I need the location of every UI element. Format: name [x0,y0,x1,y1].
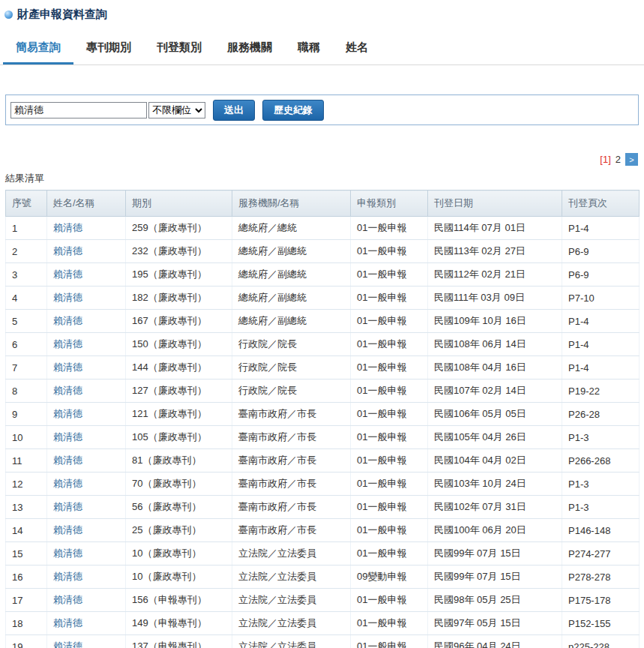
cell-name: 賴清德 [47,380,126,403]
name-link[interactable]: 賴清德 [53,338,82,350]
name-link[interactable]: 賴清德 [53,362,82,373]
cell: 民國113年 02月 27日 [428,240,562,263]
table-row: 6賴清德150（廉政專刊）行政院／院長01一般申報民國108年 06月 14日P… [6,333,640,356]
table-row: 7賴清德144（廉政專刊）行政院／院長01一般申報民國108年 04月 16日P… [6,356,640,380]
name-link[interactable]: 賴清德 [53,501,82,512]
name-link[interactable]: 賴清德 [53,640,82,648]
name-link[interactable]: 賴清德 [53,431,82,442]
cell-name: 賴清德 [47,263,126,286]
cell: 立法院／立法委員 [232,635,351,648]
name-link[interactable]: 賴清德 [53,408,82,419]
table-row: 12賴清德70（廉政專刊）臺南市政府／市長01一般申報民國103年 10月 24… [6,472,640,496]
cell: 232（廉政專刊） [126,240,232,263]
cell: P7-10 [562,286,640,310]
cell: 09變動申報 [351,566,428,589]
cell: 01一般申報 [351,333,428,356]
cell: 167（廉政專刊） [126,310,232,333]
cell: 70（廉政專刊） [126,472,232,496]
history-button[interactable]: 歷史紀錄 [262,100,324,121]
name-link[interactable]: 賴清德 [53,315,82,326]
name-link[interactable]: 賴清德 [53,617,82,628]
globe-icon [4,10,13,19]
page-header: 財產申報資料查詢 [0,0,644,23]
search-input[interactable] [10,102,147,118]
next-page-button[interactable]: > [625,153,638,166]
cell: 立法院／立法委員 [232,566,351,589]
cell: 立法院／立法委員 [232,589,351,612]
page-link[interactable]: 2 [616,154,621,165]
cell: 16 [6,566,47,589]
tab-5[interactable]: 姓名 [333,32,381,64]
results-table: 序號姓名/名稱期別服務機關/名稱申報類別刊登日期刊登頁次 1賴清德259（廉政專… [5,190,640,648]
tab-0[interactable]: 簡易查詢 [3,32,73,64]
cell: 民國109年 10月 16日 [428,310,562,333]
name-link[interactable]: 賴清德 [53,454,82,466]
name-link[interactable]: 賴清德 [53,524,82,536]
cell: 56（廉政專刊） [126,496,232,519]
search-panel: 不限欄位 送出 歷史紀錄 [5,94,639,125]
cell: 民國98年 05月 25日 [428,589,562,612]
cell: 25（廉政專刊） [126,519,232,542]
submit-button[interactable]: 送出 [213,100,255,121]
name-link[interactable]: 賴清德 [53,548,82,559]
results-header-row: 序號姓名/名稱期別服務機關/名稱申報類別刊登日期刊登頁次 [6,190,640,217]
cell: 259（廉政專刊） [126,217,232,240]
name-link[interactable]: 賴清德 [53,292,82,303]
cell: 14 [6,519,47,542]
tab-1[interactable]: 專刊期別 [73,32,144,64]
table-row: 15賴清德10（廉政專刊）立法院／立法委員01一般申報民國99年 07月 15日… [6,542,640,566]
cell: P1-4 [562,310,640,333]
name-link[interactable]: 賴清德 [53,222,82,233]
name-link[interactable]: 賴清德 [53,385,82,396]
table-row: 14賴清德25（廉政專刊）臺南市政府／市長01一般申報民國100年 06月 20… [6,519,640,542]
cell: 81（廉政專刊） [126,449,232,472]
cell: 民國107年 02月 14日 [428,380,562,403]
cell: 149（申報專刊） [126,612,232,635]
cell: 15 [6,542,47,566]
cell: 10（廉政專刊） [126,542,232,566]
cell: 01一般申報 [351,426,428,449]
column-header: 期別 [126,190,232,217]
name-link[interactable]: 賴清德 [53,268,82,280]
table-row: 19賴清德137（申報專刊）立法院／立法委員01一般申報民國96年 04月 24… [6,635,640,648]
table-row: 5賴清德167（廉政專刊）總統府／副總統01一般申報民國109年 10月 16日… [6,310,640,333]
name-link[interactable]: 賴清德 [53,571,82,582]
cell: 臺南市政府／市長 [232,449,351,472]
cell: 01一般申報 [351,449,428,472]
tab-bar: 簡易查詢專刊期別刊登類別服務機關職稱姓名 [0,32,644,65]
cell: 1 [6,217,47,240]
field-select[interactable]: 不限欄位 [148,102,205,118]
name-link[interactable]: 賴清德 [53,594,82,605]
cell-name: 賴清德 [47,496,126,519]
cell: P175-178 [562,589,640,612]
cell: 立法院／立法委員 [232,612,351,635]
cell: 01一般申報 [351,217,428,240]
cell: P1-4 [562,356,640,380]
cell: P1-3 [562,496,640,519]
name-link[interactable]: 賴清德 [53,478,82,489]
tab-3[interactable]: 服務機關 [214,32,285,64]
pagination: [1]2> [0,153,644,166]
table-row: 18賴清德149（申報專刊）立法院／立法委員01一般申報民國97年 05月 15… [6,612,640,635]
page-current: [1] [600,154,610,165]
cell: 01一般申報 [351,403,428,426]
cell: 民國106年 05月 05日 [428,403,562,426]
table-row: 16賴清德10（廉政專刊）立法院／立法委員09變動申報民國99年 07月 15日… [6,566,640,589]
cell: P26-28 [562,403,640,426]
cell: 行政院／院長 [232,356,351,380]
cell: P274-277 [562,542,640,566]
name-link[interactable]: 賴清德 [53,245,82,256]
cell: 8 [6,380,47,403]
cell-name: 賴清德 [47,449,126,472]
cell: 總統府／副總統 [232,240,351,263]
cell: P1-4 [562,217,640,240]
tab-2[interactable]: 刊登類別 [144,32,214,64]
cell: 195（廉政專刊） [126,263,232,286]
cell: 150（廉政專刊） [126,333,232,356]
table-row: 9賴清德121（廉政專刊）臺南市政府／市長01一般申報民國106年 05月 05… [6,403,640,426]
column-header: 刊登日期 [428,190,562,217]
cell: P278-278 [562,566,640,589]
column-header: 姓名/名稱 [47,190,126,217]
tab-4[interactable]: 職稱 [285,32,333,64]
cell: 5 [6,310,47,333]
